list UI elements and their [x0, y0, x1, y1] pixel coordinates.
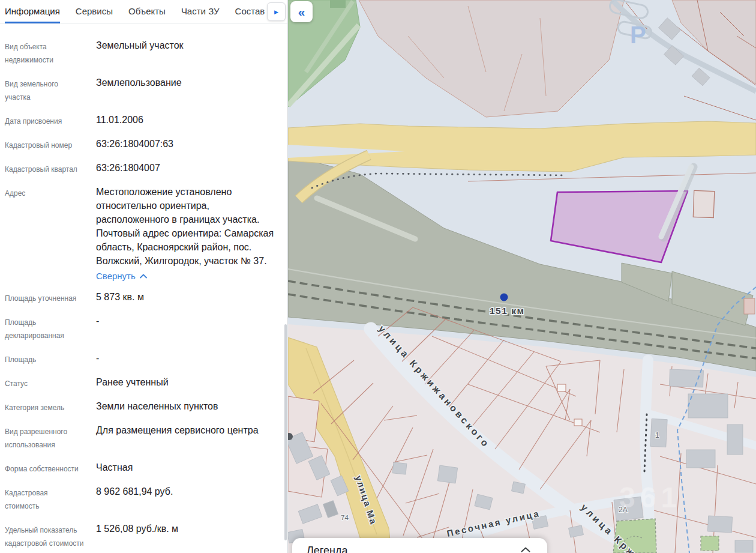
tab-objects[interactable]: Объекты: [128, 0, 166, 23]
map-area[interactable]: 151 км улица Кржижановского улица Кржижа…: [288, 0, 756, 553]
field-label: Вид разрешенного использования: [5, 423, 96, 452]
field-value: -: [96, 314, 283, 342]
field-label: Вид объекта недвижимости: [5, 38, 96, 67]
field-label: Адрес: [5, 185, 96, 283]
field-label: Удельный показатель кадастровой стоимост…: [5, 522, 96, 550]
field-value: Местоположение установлено относительно …: [96, 185, 283, 268]
legend-title: Легенда: [307, 545, 347, 553]
field-value: -: [96, 351, 283, 366]
house-label-74: 74: [341, 514, 349, 521]
info-panel: Информация Сервисы Объекты Части ЗУ Сост…: [0, 0, 288, 553]
field-row: Дата присвоения 11.01.2006: [5, 113, 283, 128]
field-value: Для размещения сервисного центра: [96, 423, 283, 452]
field-value: Земли населенных пунктов: [96, 399, 283, 414]
field-row-address: Адрес Местоположение установлено относит…: [5, 185, 283, 283]
field-value: 5 873 кв. м: [96, 290, 283, 305]
field-row: Форма собственности Частная: [5, 461, 283, 476]
chevron-up-icon: [521, 547, 530, 552]
arrow-right-icon: ▶: [274, 9, 278, 15]
double-chevron-left-icon: «: [298, 5, 305, 19]
field-row: Кадастровая стоимость 8 962 681,94 руб.: [5, 485, 283, 513]
field-value: 11.01.2006: [96, 113, 283, 128]
field-label: Кадастровый квартал: [5, 161, 96, 176]
watermark: 361: [619, 482, 682, 513]
field-value: Земельный участок: [96, 38, 283, 67]
collapse-address-label: Свернуть: [96, 270, 136, 283]
field-row: Удельный показатель кадастровой стоимост…: [5, 522, 283, 550]
field-row: Площадь -: [5, 351, 283, 366]
tab-bar: Информация Сервисы Объекты Части ЗУ Сост…: [0, 0, 287, 24]
field-value: Ранее учтенный: [96, 375, 283, 390]
field-value: 63:26:1804007:63: [96, 137, 283, 152]
field-row: Площадь декларированная -: [5, 314, 283, 342]
field-row: Вид земельного участка Землепользование: [5, 76, 283, 104]
field-label: Кадастровая стоимость: [5, 485, 96, 513]
field-row: Кадастровый номер 63:26:1804007:63: [5, 137, 283, 152]
field-label: Категория земель: [5, 399, 96, 414]
legend-collapse-button[interactable]: [520, 545, 532, 553]
field-value: Частная: [96, 461, 283, 476]
field-label: Площадь: [5, 351, 96, 366]
tab-composition[interactable]: Состав: [235, 0, 265, 23]
tab-information[interactable]: Информация: [5, 0, 60, 23]
km-marker-label: 151 км: [490, 306, 524, 316]
field-row: Вид объекта недвижимости Земельный участ…: [5, 38, 283, 67]
house-label-1: 1: [655, 431, 659, 440]
panel-collapse-button[interactable]: «: [290, 1, 313, 22]
field-row: Кадастровый квартал 63:26:1804007: [5, 161, 283, 176]
map-letter-r-label: Р: [630, 22, 646, 48]
field-label: Статус: [5, 375, 96, 390]
cadastral-map-app: Информация Сервисы Объекты Части ЗУ Сост…: [0, 0, 756, 553]
chevron-up-icon: [140, 274, 147, 279]
panel-scrollbar[interactable]: [284, 324, 287, 540]
field-value: 1 526,08 руб./кв. м: [96, 522, 283, 550]
tab-parcel-parts[interactable]: Части ЗУ: [181, 0, 220, 23]
tabs-scroll-right-button[interactable]: ▶: [267, 2, 286, 21]
field-value: 8 962 681,94 руб.: [96, 485, 283, 513]
field-label: Форма собственности: [5, 461, 96, 476]
field-label: Вид земельного участка: [5, 76, 96, 104]
collapse-address-link[interactable]: Свернуть: [96, 270, 147, 283]
field-row: Статус Ранее учтенный: [5, 375, 283, 390]
tab-services[interactable]: Сервисы: [76, 0, 113, 23]
field-label: Кадастровый номер: [5, 137, 96, 152]
field-label: Площадь декларированная: [5, 314, 96, 342]
fields-list: Вид объекта недвижимости Земельный участ…: [0, 24, 287, 550]
field-row: Категория земель Земли населенных пункто…: [5, 399, 283, 414]
field-value: 63:26:1804007: [96, 161, 283, 176]
field-value: Землепользование: [96, 76, 283, 104]
field-label: Дата присвоения: [5, 113, 96, 128]
field-row: Площадь уточненная 5 873 кв. м: [5, 290, 283, 305]
legend-panel: Легенда: [292, 538, 547, 553]
map-canvas[interactable]: 151 км улица Кржижановского улица Кржижа…: [288, 0, 756, 553]
field-row: Вид разрешенного использования Для разме…: [5, 423, 283, 452]
field-label: Площадь уточненная: [5, 290, 96, 305]
